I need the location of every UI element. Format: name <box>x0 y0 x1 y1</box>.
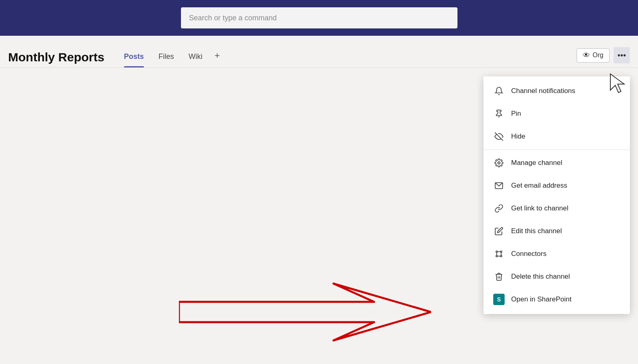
menu-item-edit-channel[interactable]: Edit this channel <box>483 220 630 243</box>
bell-icon <box>493 85 505 97</box>
eye-icon: 👁 <box>583 51 590 60</box>
svg-point-6 <box>496 256 498 257</box>
menu-label-channel-notifications: Channel notifications <box>511 87 575 95</box>
menu-item-connectors[interactable]: Connectors <box>483 243 630 265</box>
channel-header: Monthly Reports Posts Files Wiki + 👁 Org… <box>0 36 638 68</box>
menu-label-get-email: Get email address <box>511 182 567 190</box>
annotation-arrow <box>179 280 431 344</box>
main-content: Monthly Reports Posts Files Wiki + 👁 Org… <box>0 36 638 364</box>
svg-marker-12 <box>179 284 431 340</box>
search-input[interactable]: Search or type a command <box>189 14 277 22</box>
link-icon <box>493 203 505 214</box>
menu-label-manage-channel: Manage channel <box>511 159 562 167</box>
divider-1 <box>483 150 630 150</box>
add-tab-button[interactable]: + <box>210 47 225 67</box>
header-actions: 👁 Org ••• <box>577 47 630 63</box>
connectors-icon <box>493 248 505 260</box>
more-options-button[interactable]: ••• <box>614 47 630 63</box>
svg-point-7 <box>501 256 502 257</box>
menu-label-edit-channel: Edit this channel <box>511 227 562 235</box>
menu-label-delete-channel: Delete this channel <box>511 273 570 281</box>
tab-files[interactable]: Files <box>151 49 181 67</box>
menu-item-manage-channel[interactable]: Manage channel <box>483 152 630 174</box>
menu-label-hide: Hide <box>511 132 525 141</box>
menu-item-pin[interactable]: Pin <box>483 102 630 125</box>
tab-posts[interactable]: Posts <box>117 49 151 67</box>
more-icon: ••• <box>617 51 626 60</box>
org-button[interactable]: 👁 Org <box>577 48 610 63</box>
menu-label-connectors: Connectors <box>511 250 547 258</box>
menu-item-get-link[interactable]: Get link to channel <box>483 197 630 220</box>
menu-item-get-email[interactable]: Get email address <box>483 174 630 197</box>
topbar: Search or type a command <box>0 0 638 36</box>
pin-icon <box>493 108 505 119</box>
menu-label-open-sharepoint: Open in SharePoint <box>511 295 571 303</box>
pencil-icon <box>493 225 505 237</box>
context-menu: Channel notifications Pin Hide <box>483 76 630 314</box>
svg-point-4 <box>496 251 498 253</box>
search-box[interactable]: Search or type a command <box>181 7 457 28</box>
trash-icon <box>493 271 505 282</box>
menu-label-pin: Pin <box>511 110 521 118</box>
email-icon <box>493 180 505 191</box>
channel-title: Monthly Reports <box>8 50 105 64</box>
gear-icon <box>493 157 505 169</box>
menu-label-get-link: Get link to channel <box>511 204 568 212</box>
menu-item-open-sharepoint[interactable]: S Open in SharePoint <box>483 288 630 311</box>
hide-icon <box>493 131 505 142</box>
menu-item-channel-notifications[interactable]: Channel notifications <box>483 80 630 102</box>
tabs-container: Posts Files Wiki + <box>117 47 225 67</box>
org-label: Org <box>592 52 603 59</box>
sharepoint-icon: S <box>493 294 505 305</box>
menu-item-delete-channel[interactable]: Delete this channel <box>483 265 630 288</box>
svg-point-2 <box>498 162 500 164</box>
tab-wiki[interactable]: Wiki <box>181 49 210 67</box>
svg-point-5 <box>501 251 502 253</box>
menu-item-hide[interactable]: Hide <box>483 125 630 148</box>
